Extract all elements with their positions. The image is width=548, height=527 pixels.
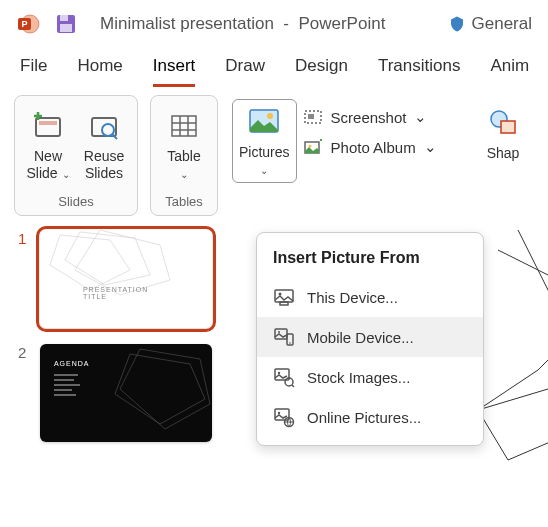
table-button[interactable]: Table⌄: [159, 104, 209, 186]
svg-rect-24: [501, 121, 515, 133]
mobile-icon: [273, 326, 295, 348]
group-label-tables: Tables: [165, 190, 203, 215]
svg-rect-37: [275, 329, 287, 339]
ribbon-group-slides: New Slide ⌄ Reuse Slides Slides: [14, 95, 138, 216]
svg-marker-29: [120, 349, 210, 429]
svg-line-44: [292, 385, 294, 387]
reuse-slides-button[interactable]: Reuse Slides: [79, 104, 129, 186]
svg-rect-36: [280, 302, 288, 305]
menu-draw[interactable]: Draw: [225, 56, 265, 87]
shapes-button[interactable]: Shap: [478, 101, 528, 166]
menu-file[interactable]: File: [20, 56, 47, 87]
save-icon[interactable]: [54, 12, 78, 36]
new-slide-button[interactable]: New Slide ⌄: [23, 104, 73, 186]
dropdown-item-stock-images[interactable]: Stock Images...: [257, 357, 483, 397]
svg-line-31: [518, 230, 548, 350]
menu-design[interactable]: Design: [295, 56, 348, 87]
svg-point-18: [267, 113, 273, 119]
svg-rect-6: [60, 24, 72, 32]
svg-text:P: P: [21, 19, 27, 29]
slide-thumbnail-2[interactable]: AGENDA: [40, 344, 212, 442]
ribbon-group-images: Pictures⌄ Screenshot ⌄ Photo Album ⌄: [230, 95, 439, 187]
svg-marker-25: [50, 235, 130, 290]
svg-rect-20: [308, 114, 314, 119]
powerpoint-app-icon: P: [16, 12, 40, 36]
security-badge[interactable]: General: [448, 14, 532, 34]
svg-rect-7: [36, 118, 60, 136]
menu-home[interactable]: Home: [77, 56, 122, 87]
svg-point-46: [278, 412, 280, 414]
svg-rect-12: [172, 116, 196, 136]
svg-line-30: [498, 250, 548, 290]
online-pictures-icon: [273, 406, 295, 428]
insert-picture-dropdown: Insert Picture From This Device... Mobil…: [256, 232, 484, 446]
slide-thumbnail-pane[interactable]: 1 PRESENTATION TITLE 2 AGENDA: [0, 220, 220, 458]
ribbon-group-shapes: Shap: [472, 95, 534, 166]
dropdown-item-mobile-device[interactable]: Mobile Device...: [257, 317, 483, 357]
svg-marker-32: [478, 330, 548, 460]
svg-marker-28: [115, 354, 205, 424]
document-title: Minimalist presentation - PowerPoint: [100, 14, 434, 34]
screenshot-icon: [303, 107, 323, 127]
menu-insert[interactable]: Insert: [153, 56, 196, 87]
svg-rect-8: [39, 121, 57, 125]
slide-title: PRESENTATION TITLE: [83, 286, 169, 300]
photo-album-button[interactable]: Photo Album ⌄: [303, 137, 437, 157]
chevron-down-icon: ⌄: [424, 138, 437, 156]
svg-point-38: [278, 331, 280, 333]
menu-animations[interactable]: Anim: [490, 56, 529, 87]
dropdown-item-online-pictures[interactable]: Online Pictures...: [257, 397, 483, 437]
svg-point-42: [278, 372, 280, 374]
svg-point-40: [289, 342, 291, 344]
stock-images-icon: [273, 366, 295, 388]
pictures-button[interactable]: Pictures⌄: [232, 99, 297, 183]
slide-thumbnail-1[interactable]: PRESENTATION TITLE: [40, 230, 212, 328]
menu-transitions[interactable]: Transitions: [378, 56, 461, 87]
svg-rect-5: [60, 15, 68, 21]
dropdown-item-this-device[interactable]: This Device...: [257, 277, 483, 317]
device-icon: [273, 286, 295, 308]
chevron-down-icon: ⌄: [414, 108, 427, 126]
slide-number: 1: [18, 230, 30, 328]
svg-line-33: [478, 380, 548, 410]
group-label-slides: Slides: [58, 190, 93, 215]
screenshot-button[interactable]: Screenshot ⌄: [303, 107, 437, 127]
slide-title: AGENDA: [54, 360, 90, 367]
ribbon-group-tables: Table⌄ Tables: [150, 95, 218, 216]
photo-album-icon: [303, 137, 323, 157]
dropdown-title: Insert Picture From: [257, 241, 483, 277]
slide-number: 2: [18, 344, 30, 442]
